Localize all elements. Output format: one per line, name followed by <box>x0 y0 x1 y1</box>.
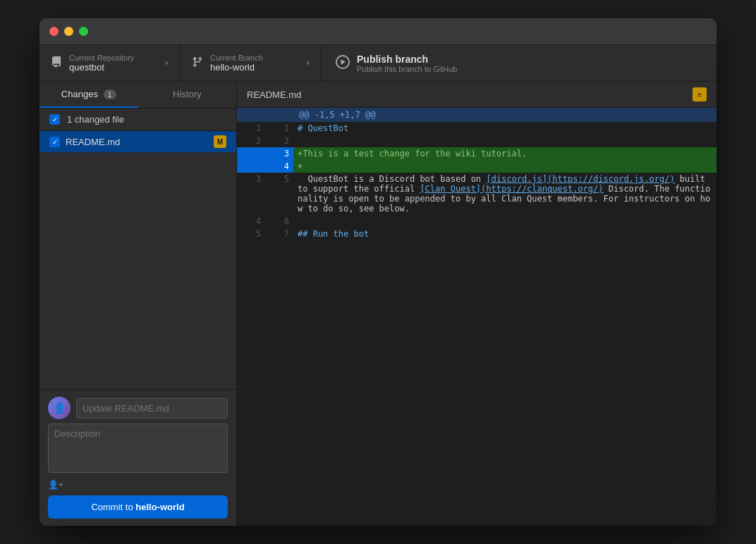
new-line-num: 3 <box>265 147 293 160</box>
repo-label: Current Repository <box>69 54 134 62</box>
table-row: 5 7 ## Run the bot <box>237 228 717 240</box>
table-row: 3 5 QuestBot is a Discord bot based on [… <box>237 173 717 215</box>
old-line-num: 5 <box>237 228 265 240</box>
diff-line-content: +This is a test change for the wiki tuto… <box>293 147 717 160</box>
tabs: Changes 1 History <box>39 82 236 109</box>
branch-icon <box>192 56 203 70</box>
close-button[interactable] <box>49 27 59 36</box>
tab-history-label: History <box>173 89 201 99</box>
new-line-num: 6 <box>265 215 293 228</box>
list-item[interactable]: ✓ README.md M <box>39 131 236 152</box>
tab-changes-label: Changes <box>61 89 98 99</box>
app-window: Current Repository questbot ▾ Current Br… <box>39 18 717 526</box>
titlebar <box>39 18 717 45</box>
diff-hunk-header: @@ -1,5 +1,7 @@ <box>237 108 717 122</box>
new-line-num: 4 <box>265 160 293 173</box>
table-row: 3 +This is a test change for the wiki tu… <box>237 147 717 160</box>
hunk-old-num <box>237 108 265 122</box>
diff-line-content <box>293 215 717 228</box>
right-panel: README.md ≡ @@ -1,5 +1,7 @@ <box>237 82 717 526</box>
changed-files-header: ✓ 1 changed file <box>39 109 236 131</box>
repo-icon <box>51 56 62 70</box>
diff-view-toggle[interactable]: ≡ <box>693 87 707 101</box>
publish-button[interactable]: Publish branch Publish this branch to Gi… <box>322 45 477 81</box>
commit-description-input[interactable] <box>48 424 228 473</box>
commit-area: 👤 👤+ Commit to hello-world <box>39 389 236 526</box>
repo-dropdown-arrow: ▾ <box>165 59 169 67</box>
repo-name: questbot <box>69 62 134 73</box>
new-line-num: 1 <box>265 122 293 135</box>
branch-selector[interactable]: Current Branch hello-world ▾ <box>181 45 322 81</box>
co-authors-button[interactable]: 👤+ <box>48 480 63 490</box>
avatar: 👤 <box>48 397 71 419</box>
file-name: README.md <box>66 137 208 147</box>
file-status-badge: M <box>214 135 226 148</box>
table-row: 4 6 <box>237 215 717 228</box>
hunk-content: @@ -1,5 +1,7 @@ <box>293 108 717 122</box>
commit-button[interactable]: Commit to hello-world <box>48 495 228 519</box>
diff-options: ≡ <box>693 87 707 101</box>
tab-changes[interactable]: Changes 1 <box>39 82 138 108</box>
publish-info: Publish branch Publish this branch to Gi… <box>357 54 457 73</box>
main-content: Changes 1 History ✓ 1 changed file ✓ <box>39 82 717 526</box>
diff-table: @@ -1,5 +1,7 @@ 1 1 # QuestBot 2 2 <box>237 108 717 240</box>
maximize-button[interactable] <box>79 27 88 36</box>
diff-line-content: QuestBot is a Discord bot based on [disc… <box>293 173 717 215</box>
commit-message-row: 👤 <box>48 397 228 419</box>
new-line-num: 2 <box>265 135 293 147</box>
old-line-num: 2 <box>237 135 265 147</box>
diff-line-content: + <box>293 160 717 173</box>
diff-header: README.md ≡ <box>237 82 717 108</box>
commit-footer: 👤+ <box>48 480 228 490</box>
commit-title-input[interactable] <box>76 398 228 419</box>
diff-line-content <box>293 135 717 147</box>
select-all-checkbox[interactable]: ✓ <box>49 114 60 125</box>
tab-changes-badge: 1 <box>104 89 116 99</box>
file-list: ✓ README.md M <box>39 131 236 389</box>
co-authors-icon: 👤+ <box>48 480 63 490</box>
table-row: 4 + <box>237 160 717 173</box>
old-line-num: 4 <box>237 215 265 228</box>
table-row: 2 2 <box>237 135 717 147</box>
old-line-num <box>237 147 265 160</box>
branch-name: hello-world <box>210 62 263 73</box>
publish-title: Publish branch <box>357 54 457 65</box>
diff-content: @@ -1,5 +1,7 @@ 1 1 # QuestBot 2 2 <box>237 108 717 526</box>
branch-info: Current Branch hello-world <box>210 54 263 73</box>
new-line-num: 7 <box>265 228 293 240</box>
repo-info: Current Repository questbot <box>69 54 134 73</box>
branch-dropdown-arrow: ▾ <box>306 59 310 67</box>
avatar-image: 👤 <box>48 397 71 419</box>
changed-count: 1 changed file <box>67 114 124 125</box>
traffic-lights <box>49 27 88 36</box>
old-line-num <box>237 160 265 173</box>
left-panel: Changes 1 History ✓ 1 changed file ✓ <box>39 82 237 526</box>
hunk-new-num <box>265 108 293 122</box>
file-checkbox[interactable]: ✓ <box>49 137 60 147</box>
file-checkbox-check-icon: ✓ <box>52 138 58 146</box>
publish-icon <box>336 55 350 72</box>
tab-history[interactable]: History <box>138 82 237 108</box>
diff-filename: README.md <box>247 89 301 100</box>
diff-line-content: # QuestBot <box>293 122 717 135</box>
toolbar: Current Repository questbot ▾ Current Br… <box>39 45 717 82</box>
checkbox-check-icon: ✓ <box>52 116 58 123</box>
old-line-num: 1 <box>237 122 265 135</box>
old-line-num: 3 <box>237 173 265 215</box>
branch-label: Current Branch <box>210 54 263 62</box>
publish-subtitle: Publish this branch to GitHub <box>357 65 457 73</box>
repo-selector[interactable]: Current Repository questbot ▾ <box>39 45 181 81</box>
commit-button-branch: hello-world <box>135 502 184 512</box>
minimize-button[interactable] <box>64 27 73 36</box>
table-row: 1 1 # QuestBot <box>237 122 717 135</box>
new-line-num: 5 <box>265 173 293 215</box>
diff-line-content: ## Run the bot <box>293 228 717 240</box>
commit-button-prefix: Commit to <box>91 502 135 512</box>
